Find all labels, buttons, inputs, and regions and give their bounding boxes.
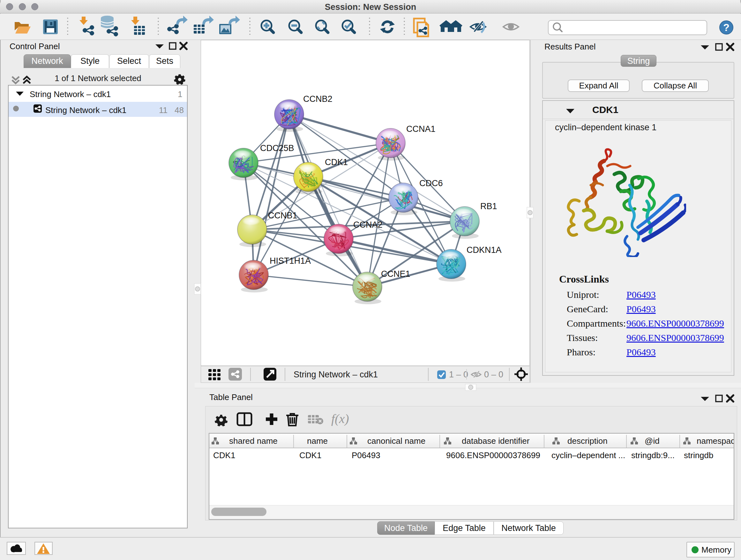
- svg-text:database identifier: database identifier: [462, 436, 530, 446]
- svg-text:namespac: namespac: [697, 436, 734, 446]
- svg-text:?: ?: [723, 22, 730, 33]
- svg-text:Memory: Memory: [701, 545, 731, 555]
- svg-text:name: name: [307, 436, 328, 446]
- svg-text:CCNB2: CCNB2: [303, 94, 333, 104]
- svg-text:CCNB1: CCNB1: [268, 211, 297, 220]
- svg-text:f(x): f(x): [331, 412, 349, 426]
- svg-text:shared name: shared name: [229, 436, 278, 446]
- svg-text:1 – 0: 1 – 0: [449, 370, 468, 379]
- svg-text:String Network – cdk1: String Network – cdk1: [293, 370, 378, 379]
- svg-text:@id: @id: [645, 436, 660, 446]
- svg-text:description: description: [567, 436, 608, 446]
- svg-text:CDKN1A: CDKN1A: [467, 245, 502, 255]
- svg-text:CCNE1: CCNE1: [381, 269, 410, 279]
- svg-text:CCNA2: CCNA2: [353, 220, 383, 230]
- svg-text:CDC6: CDC6: [419, 179, 443, 188]
- svg-text:HIST1H1A: HIST1H1A: [270, 256, 311, 266]
- svg-text:RB1: RB1: [480, 201, 497, 211]
- svg-text:CDK1: CDK1: [325, 158, 348, 167]
- svg-text:CCNA1: CCNA1: [406, 124, 435, 134]
- svg-text:canonical name: canonical name: [367, 436, 425, 446]
- svg-text:CDC25B: CDC25B: [260, 143, 294, 153]
- svg-text:0 – 0: 0 – 0: [484, 370, 503, 379]
